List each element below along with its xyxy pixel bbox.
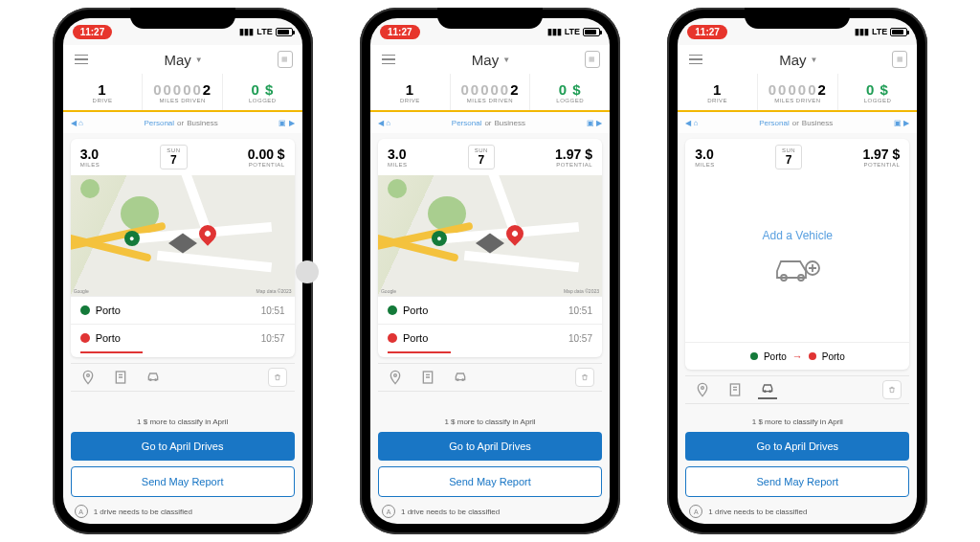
svg-point-7 bbox=[462, 379, 463, 380]
report-icon[interactable]: ▦ bbox=[892, 51, 907, 68]
receipt-icon[interactable] bbox=[418, 368, 437, 387]
report-icon[interactable]: ▦ bbox=[585, 51, 600, 68]
date-chip: SUN7 bbox=[775, 145, 802, 169]
map-pin-start-icon: ● bbox=[432, 231, 447, 246]
arrow-right-icon: ▣ ▶ bbox=[278, 119, 294, 127]
stat-drives-label: DRIVE bbox=[63, 98, 143, 103]
drive-card[interactable]: 3.0MILES SUN7 1.97 $POTENTIAL ● Google M… bbox=[378, 139, 602, 357]
drive-card[interactable]: 3.0MILES SUN7 1.97 $POTENTIAL Add a Vehi… bbox=[685, 139, 909, 370]
signal-bars-icon: ▮▮▮ bbox=[547, 27, 562, 36]
location-icon[interactable] bbox=[386, 368, 405, 387]
card-header: 3.0MILES SUN7 1.97 $POTENTIAL bbox=[685, 139, 909, 175]
bottom-status: A1 drive needs to be classified bbox=[685, 503, 909, 520]
card-header: 3.0 MILES SUN 7 0.00 $ POTENTIAL bbox=[71, 139, 295, 175]
add-vehicle-area[interactable]: Add a Vehicle bbox=[685, 175, 909, 342]
progress-indicator bbox=[80, 351, 144, 353]
personal-label: Personal bbox=[144, 119, 174, 127]
map-thumbnail[interactable]: ● Google Map data ©2023 bbox=[71, 175, 295, 296]
dot-green-icon bbox=[750, 352, 758, 360]
stop-start-row[interactable]: Porto 10:51 bbox=[71, 296, 295, 324]
stop-end-row[interactable]: Porto 10:57 bbox=[71, 324, 295, 351]
stat-logged-value: 0 $ bbox=[223, 81, 302, 98]
drive-card[interactable]: 3.0 MILES SUN 7 0.00 $ POTENTIAL bbox=[71, 139, 295, 357]
map-copyright: Map data ©2023 bbox=[256, 288, 292, 294]
chevron-down-icon: ▼ bbox=[195, 56, 203, 64]
car-icon[interactable] bbox=[144, 368, 163, 387]
menu-icon[interactable] bbox=[73, 53, 90, 67]
battery-icon bbox=[276, 28, 293, 36]
card-toolbar bbox=[378, 363, 602, 392]
card-potential-label: POTENTIAL bbox=[248, 162, 285, 168]
svg-point-4 bbox=[394, 374, 397, 377]
card-toolbar bbox=[71, 363, 295, 392]
send-report-button[interactable]: Send May Report bbox=[71, 466, 295, 497]
stat-miles[interactable]: 000002MILES DRIVEN bbox=[451, 74, 531, 110]
screen: 11:27 ▮▮▮ LTE May ▼ ▦ 1DRIVE 000002MILES… bbox=[370, 18, 610, 524]
month-dropdown[interactable]: May▼ bbox=[779, 52, 817, 68]
trash-icon[interactable] bbox=[575, 368, 594, 387]
month-dropdown[interactable]: May ▼ bbox=[165, 52, 203, 68]
swipe-hint[interactable]: ◀ ⌂ PersonalorBusiness ▣ ▶ bbox=[678, 112, 917, 133]
arrow-right-icon: ▣ ▶ bbox=[587, 119, 602, 127]
arrow-right-icon: → bbox=[792, 350, 803, 362]
stat-miles[interactable]: 000002 MILES DRIVEN bbox=[143, 74, 223, 110]
location-icon[interactable] bbox=[693, 380, 712, 399]
time-pill: 11:27 bbox=[380, 25, 420, 39]
stat-drives[interactable]: 1DRIVE bbox=[370, 74, 451, 110]
menu-icon[interactable] bbox=[380, 53, 397, 67]
swipe-hint[interactable]: ◀ ⌂ PersonalorBusiness ▣ ▶ bbox=[370, 112, 610, 133]
bottom-status: A 1 drive needs to be classified bbox=[71, 503, 295, 520]
arrow-right-icon: ▣ ▶ bbox=[894, 119, 909, 127]
send-report-button[interactable]: Send May Report bbox=[378, 466, 602, 497]
side-handle[interactable] bbox=[296, 260, 319, 283]
map-pin-start-icon: ● bbox=[124, 231, 140, 246]
info-a-icon[interactable]: A bbox=[75, 505, 88, 518]
go-drives-button[interactable]: Go to April Drives bbox=[71, 432, 295, 461]
stat-logged[interactable]: 0 $LOGGED bbox=[530, 74, 610, 110]
chevron-down-icon: ▼ bbox=[502, 56, 510, 64]
stat-logged[interactable]: 0 $ LOGGED bbox=[223, 74, 302, 110]
battery-icon bbox=[890, 28, 907, 36]
stops-list: Porto 10:51 Porto 10:57 bbox=[71, 296, 295, 353]
stop-end-row[interactable]: Porto10:57 bbox=[378, 324, 602, 351]
report-icon[interactable]: ▦ bbox=[278, 51, 293, 68]
phone-mockup-3: 11:27 ▮▮▮ LTE May▼ ▦ 1DRIVE 000002MILES … bbox=[667, 8, 927, 534]
month-dropdown[interactable]: May ▼ bbox=[472, 52, 510, 68]
progress-indicator bbox=[388, 351, 451, 353]
battery-icon bbox=[583, 28, 600, 36]
receipt-icon[interactable] bbox=[111, 368, 130, 387]
go-drives-button[interactable]: Go to April Drives bbox=[378, 432, 602, 461]
stat-drives[interactable]: 1 DRIVE bbox=[63, 74, 144, 110]
arrow-left-icon: ◀ ⌂ bbox=[685, 119, 698, 127]
bottom-status: A1 drive needs to be classified bbox=[378, 503, 602, 520]
svg-point-2 bbox=[149, 379, 150, 380]
svg-point-6 bbox=[457, 379, 458, 380]
swipe-hint[interactable]: ◀ ⌂ Personal or Business ▣ ▶ bbox=[63, 112, 302, 133]
trash-icon[interactable] bbox=[882, 380, 902, 399]
stats-row: 1 DRIVE 000002 MILES DRIVEN 0 $ LOGGED bbox=[63, 74, 302, 112]
screen: 11:27 ▮▮▮ LTE May▼ ▦ 1DRIVE 000002MILES … bbox=[678, 18, 917, 524]
send-report-button[interactable]: Send May Report bbox=[685, 466, 909, 497]
business-label: Business bbox=[187, 119, 217, 127]
map-thumbnail[interactable]: ● Google Map data ©2023 bbox=[378, 175, 602, 296]
stop-start-row[interactable]: Porto10:51 bbox=[378, 296, 602, 324]
menu-icon[interactable] bbox=[687, 53, 704, 67]
stat-drives[interactable]: 1DRIVE bbox=[678, 74, 758, 110]
status-icons: ▮▮▮ LTE bbox=[855, 27, 907, 36]
stat-miles[interactable]: 000002MILES DRIVEN bbox=[758, 74, 838, 110]
car-icon[interactable] bbox=[758, 380, 777, 399]
stat-logged[interactable]: 0 $LOGGED bbox=[838, 74, 918, 110]
location-icon[interactable] bbox=[78, 368, 98, 387]
google-attribution: Google bbox=[74, 288, 89, 294]
svg-point-0 bbox=[86, 374, 89, 377]
info-a-icon[interactable]: A bbox=[689, 505, 702, 518]
car-plus-icon bbox=[771, 252, 823, 288]
car-icon[interactable] bbox=[451, 368, 470, 387]
info-a-icon[interactable]: A bbox=[382, 505, 395, 518]
stats-row: 1DRIVE 000002MILES DRIVEN 0 $LOGGED bbox=[370, 74, 610, 112]
go-drives-button[interactable]: Go to April Drives bbox=[685, 432, 909, 461]
receipt-icon[interactable] bbox=[725, 380, 745, 399]
svg-point-3 bbox=[155, 379, 156, 380]
trash-icon[interactable] bbox=[268, 368, 287, 387]
notch bbox=[745, 8, 850, 29]
